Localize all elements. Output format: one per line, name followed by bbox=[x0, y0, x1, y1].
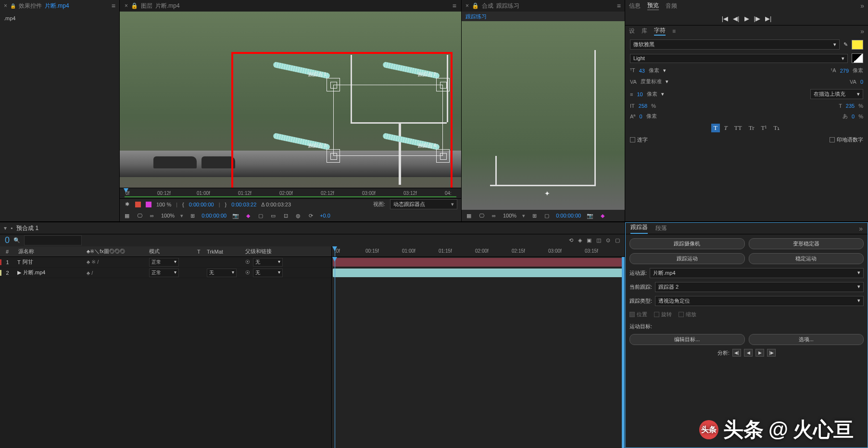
vscale-value[interactable]: 258 bbox=[639, 103, 647, 109]
screen-icon[interactable]: 🖵 bbox=[136, 212, 143, 219]
eyedropper-icon[interactable]: ✎ bbox=[843, 41, 848, 48]
tab-design[interactable]: 设 bbox=[629, 27, 635, 35]
camera-icon[interactable]: 📷 bbox=[587, 212, 593, 219]
col-source[interactable]: 源名称 bbox=[14, 248, 87, 255]
fill-color-swatch[interactable] bbox=[852, 40, 863, 50]
snap-icon[interactable]: ⊙ bbox=[606, 237, 610, 243]
kerning-value[interactable]: 度量标准 bbox=[641, 78, 662, 85]
allcaps-button[interactable]: TT bbox=[732, 124, 744, 132]
work-area[interactable] bbox=[125, 196, 456, 197]
tab-preview[interactable]: 预览 bbox=[647, 1, 659, 10]
first-frame-button[interactable]: |◀ bbox=[722, 15, 728, 22]
stabilize-motion-button[interactable]: 稳定运动 bbox=[749, 253, 864, 264]
smallcaps-button[interactable]: Tr bbox=[746, 124, 757, 132]
layer-name[interactable]: 片断.mp4 bbox=[23, 269, 45, 276]
col-mode[interactable]: 模式 bbox=[149, 248, 197, 255]
ruler-icon[interactable]: ▭ bbox=[270, 212, 277, 219]
close-icon[interactable]: × bbox=[465, 2, 469, 9]
analyze-fwd-button[interactable]: ▶ bbox=[755, 349, 764, 357]
layer-switches[interactable]: ♣ ※ / bbox=[87, 259, 149, 265]
leading-value[interactable]: 279 bbox=[840, 68, 849, 74]
analyze-back-button[interactable]: ◀ bbox=[744, 349, 753, 357]
close-icon[interactable]: × bbox=[125, 2, 128, 9]
info-preview-tabs[interactable]: 信息 预览 音频 » bbox=[625, 0, 868, 12]
font-weight-select[interactable]: Light▾ bbox=[630, 54, 848, 63]
analyze-back-1-button[interactable]: ◀| bbox=[732, 349, 741, 357]
prev-frame-button[interactable]: ◀| bbox=[733, 15, 739, 22]
char-tabs[interactable]: 设 库 字符 ≡ » bbox=[625, 25, 868, 37]
col-parent[interactable]: 父级和链接 bbox=[245, 248, 331, 255]
panel-menu-icon[interactable]: ≡ bbox=[672, 28, 676, 35]
chevron-down-icon[interactable]: ▾ bbox=[666, 78, 668, 85]
trkmat-select[interactable]: 无▾ bbox=[207, 269, 237, 277]
more-icon[interactable]: » bbox=[860, 2, 864, 10]
chevron-down-icon[interactable]: ▾ bbox=[663, 67, 666, 74]
chevron-down-icon[interactable]: ▾ bbox=[522, 213, 525, 219]
layer-tabs[interactable]: × 🔒 图层 片断.mp4 ≡ bbox=[120, 0, 461, 12]
clip-2[interactable] bbox=[333, 269, 624, 277]
clip-1[interactable] bbox=[333, 258, 624, 267]
rotation-checkbox[interactable]: 旋转 bbox=[654, 311, 672, 318]
track-motion-button[interactable]: 跟踪运动 bbox=[629, 253, 745, 264]
layer-name[interactable]: 阿甘 bbox=[23, 258, 33, 266]
layer-viewer[interactable]: 跟踪点 1 跟踪点 2 跟踪点 3 跟踪点 4 bbox=[120, 12, 461, 188]
guides-icon[interactable]: ▢ bbox=[257, 212, 264, 219]
tab-info[interactable]: 信息 bbox=[629, 2, 641, 10]
layer-time-ruler[interactable]: 0f 00:12f 01:00f 01:12f 02:00f 02:12f 03… bbox=[120, 188, 461, 198]
mask-icon[interactable]: ∞ bbox=[491, 212, 497, 219]
comp-flowchart[interactable]: 跟踪练习 bbox=[462, 12, 625, 21]
options-button[interactable]: 选项... bbox=[749, 334, 864, 345]
last-frame-button[interactable]: ▶| bbox=[765, 15, 771, 22]
person-icon[interactable]: ✱ bbox=[124, 201, 130, 208]
expand-icon[interactable]: ▢ bbox=[615, 237, 620, 243]
blur-icon[interactable]: ▣ bbox=[587, 237, 591, 243]
hscale-value[interactable]: 235 bbox=[846, 103, 855, 109]
position-checkbox[interactable]: 位置 bbox=[629, 311, 647, 318]
timeline-ruler[interactable]: :0f 00:15f 01:00f 01:15f 02:00f 02:15f 0… bbox=[332, 246, 625, 257]
pickwhip-icon[interactable]: ☉ bbox=[245, 259, 250, 265]
graph-icon[interactable]: ◫ bbox=[596, 237, 601, 243]
track-type-select[interactable]: 透视边角定位▾ bbox=[655, 296, 864, 306]
tab-menu-icon[interactable]: ≡ bbox=[617, 2, 621, 10]
close-icon[interactable]: ▾ bbox=[4, 225, 7, 231]
play-button[interactable]: ▶ bbox=[744, 15, 749, 22]
layer-switches[interactable]: ♣ / bbox=[87, 270, 149, 276]
crosshair-icon[interactable]: ✦ bbox=[544, 190, 552, 197]
pickwhip-icon[interactable]: ☉ bbox=[245, 269, 250, 276]
marker-icon[interactable] bbox=[146, 202, 151, 207]
mask-icon[interactable]: ∞ bbox=[149, 212, 155, 219]
tab-library[interactable]: 库 bbox=[642, 27, 647, 35]
warp-stabilizer-button[interactable]: 变形稳定器 bbox=[749, 238, 864, 249]
search-input[interactable] bbox=[24, 235, 82, 245]
work-area-end[interactable] bbox=[622, 257, 625, 448]
tsume-value[interactable]: 0 bbox=[852, 114, 855, 119]
superscript-button[interactable]: T¹ bbox=[759, 124, 769, 132]
screen-icon[interactable]: 🖵 bbox=[478, 212, 485, 219]
shy-icon[interactable]: ⟲ bbox=[569, 237, 573, 243]
tab-tracker[interactable]: 跟踪器 bbox=[630, 223, 648, 234]
more-icon[interactable]: » bbox=[860, 27, 864, 35]
stroke-fill-select[interactable]: 在描边上填充▾ bbox=[810, 89, 863, 99]
tab-audio[interactable]: 音频 bbox=[666, 2, 677, 10]
faux-italic-button[interactable]: T bbox=[722, 124, 730, 132]
roi-icon[interactable]: ▢ bbox=[543, 212, 550, 219]
current-track-select[interactable]: 跟踪器 2▾ bbox=[655, 282, 864, 292]
marker-icon[interactable] bbox=[135, 202, 141, 207]
comp-tab[interactable]: 预合成 1 bbox=[16, 224, 38, 232]
color-icon[interactable]: ◆ bbox=[245, 212, 252, 219]
in-time[interactable]: 0:00:00:00 bbox=[189, 202, 214, 207]
channel-icon[interactable]: ◍ bbox=[295, 212, 302, 219]
parent-select[interactable]: 无▾ bbox=[253, 258, 283, 267]
lock-icon[interactable]: 🔒 bbox=[131, 2, 138, 9]
tracker-tabs[interactable]: 跟踪器 段落 » bbox=[626, 223, 868, 234]
grid-icon[interactable]: ▦ bbox=[465, 212, 472, 219]
grid-icon[interactable]: ▦ bbox=[124, 212, 130, 219]
close-icon[interactable]: × bbox=[4, 2, 7, 9]
layer-row-1[interactable]: 1 T阿甘 ♣ ※ / 正常▾ ☉无▾ bbox=[0, 257, 331, 268]
tab-paragraph[interactable]: 段落 bbox=[655, 224, 667, 232]
tab-character[interactable]: 字符 bbox=[654, 26, 666, 36]
stroke-color-swatch[interactable] bbox=[852, 53, 863, 63]
playhead[interactable] bbox=[335, 246, 335, 256]
res-icon[interactable]: ⊞ bbox=[189, 212, 196, 219]
col-trkmat[interactable]: TrkMat bbox=[207, 249, 245, 255]
